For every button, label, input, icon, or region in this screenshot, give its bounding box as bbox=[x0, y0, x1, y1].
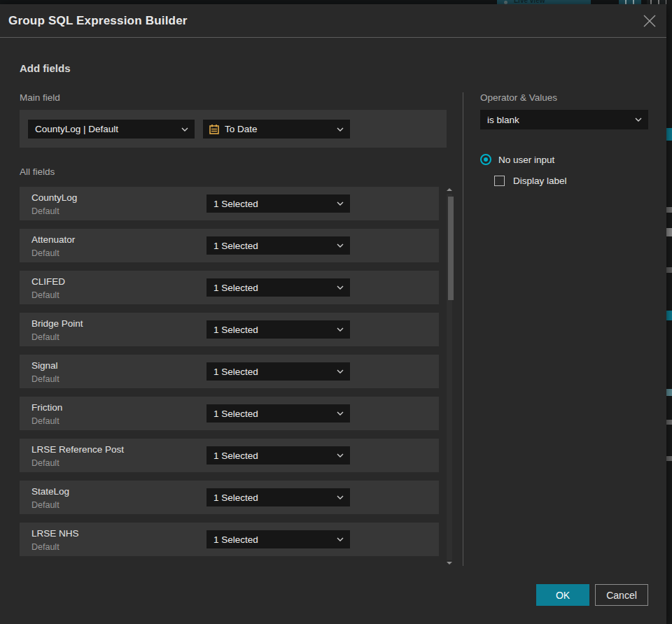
operator-select[interactable]: is blank bbox=[480, 110, 648, 129]
chevron-down-icon bbox=[337, 453, 344, 458]
background-fragment bbox=[666, 207, 672, 213]
background-fragment bbox=[666, 311, 672, 320]
field-selected-value: 1 Selected bbox=[214, 492, 258, 503]
chevron-down-icon bbox=[337, 411, 344, 416]
field-row: Signal Default 1 Selected bbox=[20, 355, 439, 388]
screen: Live view Group SQL Expression Builder bbox=[0, 0, 672, 624]
display-label-checkbox[interactable]: Display label bbox=[494, 176, 567, 186]
main-field-label: Main field bbox=[20, 92, 60, 103]
all-fields-list: CountyLog Default 1 Selected Attenuator … bbox=[20, 187, 439, 565]
field-subtitle: Default bbox=[31, 206, 59, 216]
field-selected-dropdown[interactable]: 1 Selected bbox=[206, 404, 350, 423]
field-selected-value: 1 Selected bbox=[214, 199, 258, 209]
field-row: LRSE Reference Post Default 1 Selected bbox=[20, 439, 439, 472]
field-row: CountyLog Default 1 Selected bbox=[20, 187, 439, 220]
field-name: Friction bbox=[31, 402, 62, 413]
field-row: Friction Default 1 Selected bbox=[20, 397, 439, 430]
field-subtitle: Default bbox=[31, 500, 59, 510]
chevron-down-icon bbox=[337, 201, 344, 206]
radio-icon bbox=[480, 154, 491, 165]
background-fragment bbox=[666, 389, 672, 396]
field-selected-dropdown[interactable]: 1 Selected bbox=[206, 488, 350, 506]
background-app-sliver bbox=[666, 0, 672, 624]
add-fields-heading: Add fields bbox=[20, 62, 71, 74]
chevron-down-icon bbox=[337, 285, 344, 290]
cancel-button[interactable]: Cancel bbox=[595, 584, 648, 606]
field-selected-value: 1 Selected bbox=[214, 534, 258, 545]
group-sql-expression-builder-dialog: Group SQL Expression Builder Add fields … bbox=[0, 4, 666, 624]
scrollbar-track[interactable] bbox=[447, 194, 452, 560]
field-subtitle: Default bbox=[31, 542, 59, 552]
dialog-header: Group SQL Expression Builder bbox=[0, 4, 666, 38]
chevron-down-icon bbox=[337, 127, 344, 132]
field-selected-dropdown[interactable]: 1 Selected bbox=[206, 320, 350, 339]
calendar-icon bbox=[209, 124, 220, 135]
operator-select-value: is blank bbox=[487, 115, 519, 125]
scrollbar-thumb[interactable] bbox=[448, 197, 454, 300]
dialog-title: Group SQL Expression Builder bbox=[8, 4, 188, 38]
all-fields-label: All fields bbox=[20, 166, 55, 177]
field-subtitle: Default bbox=[31, 290, 59, 300]
field-selected-dropdown[interactable]: 1 Selected bbox=[206, 446, 350, 465]
checkbox-icon bbox=[494, 176, 505, 186]
field-selected-dropdown[interactable]: 1 Selected bbox=[206, 530, 350, 548]
no-user-input-radio[interactable]: No user input bbox=[480, 154, 554, 165]
field-selected-value: 1 Selected bbox=[214, 241, 258, 251]
chevron-down-icon bbox=[337, 537, 344, 541]
background-fragment bbox=[666, 128, 672, 141]
field-subtitle: Default bbox=[31, 416, 59, 426]
ok-button[interactable]: OK bbox=[536, 584, 589, 606]
field-selected-value: 1 Selected bbox=[214, 409, 258, 419]
main-field-box: CountyLog | Default To Date bbox=[20, 110, 447, 148]
field-type-select-value: To Date bbox=[225, 124, 258, 134]
field-selected-dropdown[interactable]: 1 Selected bbox=[206, 194, 350, 213]
operator-values-label: Operator & Values bbox=[480, 92, 557, 103]
chevron-down-icon bbox=[337, 243, 344, 248]
main-field-select-value: CountyLog | Default bbox=[35, 124, 118, 134]
field-row: StateLog Default 1 Selected bbox=[20, 481, 439, 514]
background-fragment bbox=[666, 267, 672, 273]
field-selected-dropdown[interactable]: 1 Selected bbox=[206, 362, 350, 381]
field-selected-dropdown[interactable]: 1 Selected bbox=[206, 236, 350, 255]
chevron-down-icon bbox=[181, 127, 188, 132]
field-name: StateLog bbox=[31, 486, 69, 497]
field-name: CountyLog bbox=[31, 192, 77, 203]
field-selected-dropdown[interactable]: 1 Selected bbox=[206, 278, 350, 297]
field-name: Bridge Point bbox=[31, 318, 83, 329]
field-row: Bridge Point Default 1 Selected bbox=[20, 313, 439, 346]
field-selected-value: 1 Selected bbox=[214, 283, 258, 293]
panel-divider bbox=[463, 92, 463, 566]
fields-list-scrollbar[interactable] bbox=[445, 187, 454, 566]
chevron-down-icon bbox=[337, 369, 344, 374]
background-fragment bbox=[666, 456, 672, 461]
background-fragment bbox=[666, 420, 672, 425]
chevron-down-icon bbox=[337, 495, 344, 499]
scroll-up-icon[interactable] bbox=[447, 188, 452, 191]
scroll-down-icon[interactable] bbox=[447, 562, 452, 565]
close-icon[interactable] bbox=[642, 13, 657, 29]
field-name: LRSE NHS bbox=[31, 528, 79, 539]
field-row: CLIFED Default 1 Selected bbox=[20, 271, 439, 304]
main-field-select[interactable]: CountyLog | Default bbox=[28, 120, 195, 139]
no-user-input-label: No user input bbox=[498, 155, 554, 165]
chevron-down-icon bbox=[337, 327, 344, 332]
field-name: LRSE Reference Post bbox=[31, 444, 124, 455]
display-label-text: Display label bbox=[513, 176, 567, 186]
field-type-select[interactable]: To Date bbox=[203, 120, 350, 139]
field-subtitle: Default bbox=[31, 374, 59, 384]
field-selected-value: 1 Selected bbox=[214, 367, 258, 377]
field-subtitle: Default bbox=[31, 458, 59, 468]
field-subtitle: Default bbox=[31, 332, 59, 342]
background-fragment bbox=[666, 228, 672, 236]
field-name: Attenuator bbox=[31, 234, 75, 245]
field-selected-value: 1 Selected bbox=[214, 325, 258, 335]
field-name: Signal bbox=[31, 360, 58, 371]
field-subtitle: Default bbox=[31, 248, 59, 258]
field-name: CLIFED bbox=[31, 276, 65, 287]
field-row: LRSE NHS Default 1 Selected bbox=[20, 523, 439, 556]
field-selected-value: 1 Selected bbox=[214, 451, 258, 461]
chevron-down-icon bbox=[635, 118, 642, 122]
field-row: Attenuator Default 1 Selected bbox=[20, 229, 439, 262]
